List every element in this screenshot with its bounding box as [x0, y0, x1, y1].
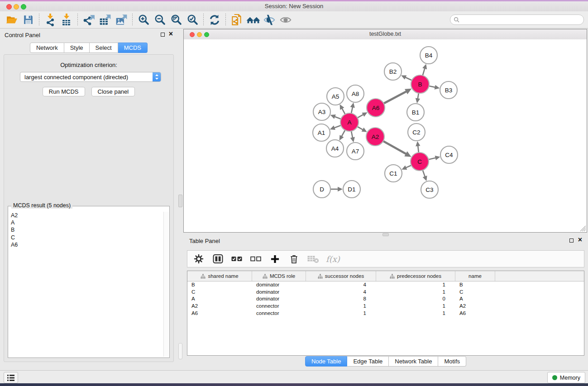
network-canvas[interactable]: B4B2BB3A5A8A6A3AB1A1A2C2A4A7C4CC1DD1C3	[184, 39, 587, 232]
delete-row-button[interactable]	[288, 253, 300, 265]
search-field[interactable]	[450, 14, 584, 25]
graph-node-A8[interactable]: A8	[347, 85, 364, 102]
graph-edge-A-A6[interactable]	[358, 112, 368, 118]
graph-edge-B-B3[interactable]	[429, 85, 440, 90]
graph-node-A5[interactable]: A5	[327, 88, 344, 105]
graph-node-A6[interactable]: A6	[367, 99, 385, 117]
select-all-button[interactable]	[231, 253, 243, 265]
close-panel-button[interactable]: Close panel	[91, 87, 135, 96]
graph-node-B2[interactable]: B2	[384, 63, 402, 80]
import-network-button[interactable]	[42, 13, 58, 27]
column-header-predecessor-nodes[interactable]: predecessor nodes	[376, 271, 455, 281]
tab-mcds[interactable]: MCDS	[118, 43, 148, 53]
graph-node-C2[interactable]: C2	[408, 124, 425, 141]
destroy-table-button[interactable]	[307, 253, 319, 265]
tab-motifs[interactable]: Motifs	[438, 356, 466, 367]
refresh-button[interactable]	[206, 13, 223, 27]
graph-edge-A-A3[interactable]	[330, 114, 341, 119]
function-builder-button[interactable]: f(x)	[326, 254, 340, 264]
graph-edge-A-A2[interactable]	[357, 127, 367, 132]
open-session-button[interactable]	[4, 13, 20, 27]
table-row-a[interactable]: Adominator80A	[187, 295, 584, 303]
mcds-result-item[interactable]: A6	[9, 241, 163, 248]
close-panel-icon[interactable]: ×	[169, 29, 173, 38]
clone-network-button[interactable]	[229, 13, 245, 27]
zoom-out-button[interactable]	[152, 13, 168, 27]
graph-node-D[interactable]: D	[313, 181, 330, 198]
show-graphics-button[interactable]	[277, 13, 294, 27]
graph-node-D1[interactable]: D1	[343, 181, 360, 198]
graph-node-A7[interactable]: A7	[347, 143, 364, 160]
graph-edge-A6-B[interactable]	[384, 89, 412, 104]
tab-network-table[interactable]: Network Table	[389, 356, 438, 367]
graph-edge-A-A5[interactable]	[340, 105, 345, 114]
vertical-splitter-handle[interactable]	[178, 195, 182, 207]
import-table-button[interactable]	[58, 13, 75, 27]
graph-node-C[interactable]: C	[411, 152, 429, 171]
mcds-result-item[interactable]: C	[9, 234, 163, 241]
graph-edge-D-D1[interactable]	[330, 187, 343, 191]
run-mcds-button[interactable]: Run MCDS	[43, 87, 85, 96]
graph-node-C4[interactable]: C4	[440, 146, 458, 163]
result-scrollbar[interactable]	[163, 212, 169, 357]
tab-edge-table[interactable]: Edge Table	[347, 356, 389, 367]
search-input[interactable]	[461, 16, 583, 24]
float-panel-icon[interactable]	[161, 33, 165, 37]
mcds-result-item[interactable]: A2	[9, 212, 163, 219]
mcds-result-item[interactable]: B	[9, 226, 163, 234]
table-row-a6[interactable]: A6connector11A6	[187, 310, 584, 317]
graph-edge-A-A4[interactable]	[339, 130, 345, 141]
graph-node-A4[interactable]: A4	[326, 140, 344, 157]
float-table-panel-icon[interactable]	[569, 238, 574, 243]
graph-node-B[interactable]: B	[411, 75, 429, 93]
show-columns-button[interactable]	[212, 253, 224, 265]
mcds-result-item[interactable]: A	[9, 219, 163, 226]
graph-edge-C-C2[interactable]	[416, 141, 420, 152]
graph-node-C3[interactable]: C3	[421, 181, 438, 198]
graph-edge-A2-C[interactable]	[383, 141, 411, 157]
graph-edge-B-B1[interactable]	[416, 93, 420, 104]
close-table-panel-icon[interactable]: ×	[578, 235, 582, 244]
graph-edge-C-C3[interactable]	[423, 170, 427, 181]
tab-node-table[interactable]: Node Table	[305, 356, 348, 367]
export-network-button[interactable]	[81, 13, 97, 27]
zoom-in-button[interactable]	[135, 13, 152, 27]
column-header-name[interactable]: name	[455, 271, 495, 281]
task-history-button[interactable]	[4, 372, 18, 383]
graph-edge-A-A1[interactable]	[330, 125, 341, 130]
network-window-titlebar[interactable]: testGlobe.txt	[184, 29, 587, 40]
vertical-splitter-expand[interactable]	[178, 343, 182, 359]
graph-node-B4[interactable]: B4	[420, 47, 437, 64]
table-row-a2[interactable]: A2connector11A2	[187, 302, 584, 310]
graph-node-B3[interactable]: B3	[440, 81, 457, 99]
graph-node-C1[interactable]: C1	[385, 165, 402, 182]
memory-button[interactable]: Memory	[547, 372, 585, 383]
graph-edge-A-A8[interactable]	[350, 103, 355, 114]
graph-edge-A-A7[interactable]	[350, 131, 355, 143]
save-session-button[interactable]	[20, 13, 36, 27]
table-row-c[interactable]: Cdominator41C	[187, 288, 584, 295]
zoom-selected-button[interactable]	[184, 13, 201, 27]
graph-edge-C-C1[interactable]	[402, 165, 411, 170]
column-header-shared-name[interactable]: shared name	[187, 271, 252, 281]
zoom-fit-button[interactable]	[168, 13, 184, 27]
tab-network[interactable]: Network	[30, 43, 64, 53]
home-button[interactable]	[245, 13, 261, 27]
add-row-button[interactable]	[269, 253, 281, 265]
table-row-b[interactable]: Bdominator41B	[187, 281, 584, 288]
graph-node-A[interactable]: A	[340, 113, 359, 131]
column-header-successor-nodes[interactable]: successor nodes	[306, 271, 376, 281]
hide-graphics-button[interactable]	[261, 13, 277, 27]
resize-grip-icon[interactable]	[580, 225, 586, 232]
graph-edge-C-C4[interactable]	[428, 156, 440, 160]
export-image-button[interactable]	[113, 13, 129, 27]
export-table-button[interactable]	[97, 13, 113, 27]
deselect-all-button[interactable]	[250, 253, 262, 265]
criterion-select[interactable]: largest connected component (directed)	[20, 72, 161, 82]
column-header-mcds-role[interactable]: MCDS role	[252, 271, 306, 281]
graph-node-A1[interactable]: A1	[313, 124, 330, 141]
tab-select[interactable]: Select	[90, 43, 118, 53]
graph-edge-B-B2[interactable]	[401, 75, 412, 80]
tab-style[interactable]: Style	[64, 43, 90, 53]
graph-node-B1[interactable]: B1	[407, 104, 424, 121]
